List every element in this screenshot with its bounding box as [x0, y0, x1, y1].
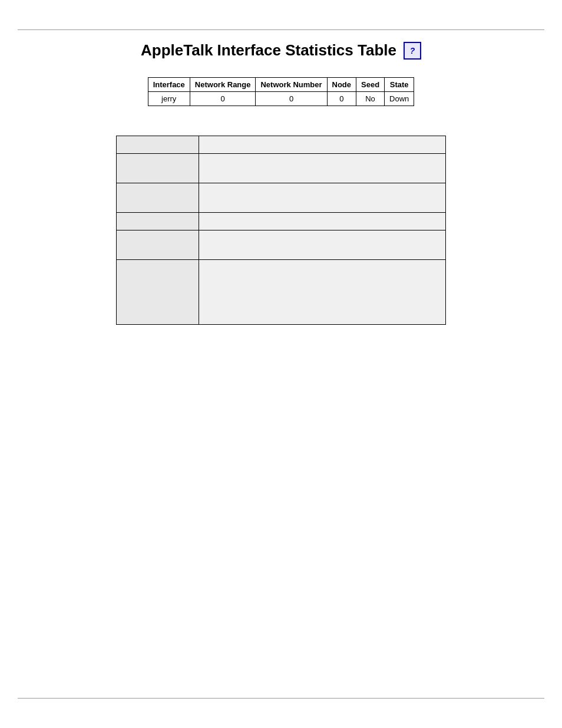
details-row-6: [117, 260, 446, 325]
stats-table: Interface Network Range Network Number N…: [148, 77, 415, 106]
details-row-1: [117, 136, 446, 154]
details-row-4: [117, 213, 446, 230]
details-row-3: [117, 183, 446, 213]
details-value-4: [199, 213, 446, 230]
details-table: [116, 136, 446, 325]
title-area: AppleTalk Interface Statistics Table ?: [18, 41, 544, 60]
bottom-border: [18, 698, 544, 699]
col-header-network-number: Network Number: [256, 78, 327, 92]
cell-interface: jerry: [148, 92, 190, 106]
col-header-seed: Seed: [356, 78, 385, 92]
details-table-container: [18, 136, 544, 325]
details-value-2: [199, 154, 446, 183]
details-label-4: [117, 213, 199, 230]
details-label-5: [117, 230, 199, 260]
table-row: jerry 0 0 0 No Down: [148, 92, 414, 106]
details-value-6: [199, 260, 446, 325]
col-header-interface: Interface: [148, 78, 190, 92]
col-header-node: Node: [327, 78, 356, 92]
help-icon[interactable]: ?: [404, 42, 421, 60]
page-title: AppleTalk Interface Statistics Table: [141, 41, 396, 60]
details-row-5: [117, 230, 446, 260]
details-value-5: [199, 230, 446, 260]
details-label-2: [117, 154, 199, 183]
details-label-1: [117, 136, 199, 154]
col-header-state: State: [385, 78, 414, 92]
top-border: [18, 29, 544, 30]
stats-table-container: Interface Network Range Network Number N…: [18, 77, 544, 106]
details-value-1: [199, 136, 446, 154]
cell-state: Down: [385, 92, 414, 106]
cell-network-range: 0: [190, 92, 256, 106]
details-label-3: [117, 183, 199, 213]
details-value-3: [199, 183, 446, 213]
cell-network-number: 0: [256, 92, 327, 106]
help-icon-label: ?: [410, 46, 415, 55]
details-row-2: [117, 154, 446, 183]
cell-seed: No: [356, 92, 385, 106]
col-header-network-range: Network Range: [190, 78, 256, 92]
stats-table-header-row: Interface Network Range Network Number N…: [148, 78, 414, 92]
cell-node: 0: [327, 92, 356, 106]
details-label-6: [117, 260, 199, 325]
